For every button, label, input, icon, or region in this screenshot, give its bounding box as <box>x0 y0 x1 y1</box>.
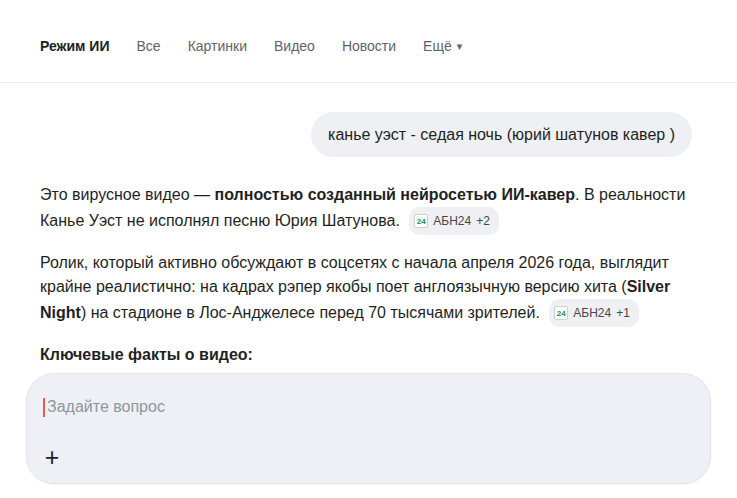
key-facts-heading: Ключевые факты о видео: <box>40 343 692 367</box>
tab-images[interactable]: Картинки <box>188 38 247 54</box>
ai-conversation: канье уэст - седая ночь (юрий шатунов ка… <box>0 112 737 367</box>
text-caret <box>43 398 45 417</box>
source-badge[interactable]: 24 АБН24 +2 <box>409 207 499 235</box>
source-favicon-icon: 24 <box>414 214 428 228</box>
answer-text-bold: полностью созданный нейросетью ИИ-кавер <box>215 186 575 203</box>
question-input[interactable]: Задайте вопрос <box>43 397 690 417</box>
question-composer[interactable]: Задайте вопрос + <box>26 373 711 484</box>
tab-videos[interactable]: Видео <box>274 38 315 54</box>
source-name: АБН24 <box>433 209 471 233</box>
source-name: АБН24 <box>573 301 611 325</box>
chevron-down-icon: ▾ <box>457 41 463 52</box>
question-input-placeholder: Задайте вопрос <box>47 397 165 417</box>
answer-text: Ролик, который активно обсуждают в соцсе… <box>40 254 669 295</box>
answer-paragraph-1: Это вирусное видео — полностью созданный… <box>40 183 692 235</box>
source-more-count: +2 <box>476 209 490 233</box>
tab-news[interactable]: Новости <box>342 38 396 54</box>
source-badge[interactable]: 24 АБН24 +1 <box>549 299 639 327</box>
tab-more-label: Ещё <box>423 38 452 54</box>
tab-all[interactable]: Все <box>137 38 161 54</box>
answer-paragraph-2: Ролик, который активно обсуждают в соцсе… <box>40 251 692 327</box>
user-query-bubble: канье уэст - седая ночь (юрий шатунов ка… <box>311 112 692 157</box>
add-attachment-button[interactable]: + <box>36 441 68 473</box>
source-more-count: +1 <box>616 301 630 325</box>
answer-text: ) на стадионе в Лос-Анджелесе перед 70 т… <box>81 304 540 321</box>
answer-text: Это вирусное видео — <box>40 186 215 203</box>
tab-more[interactable]: Ещё ▾ <box>423 38 462 54</box>
source-favicon-icon: 24 <box>554 306 568 320</box>
search-tabs-bar: Режим ИИ Все Картинки Видео Новости Ещё … <box>0 0 737 83</box>
tab-ai-mode[interactable]: Режим ИИ <box>40 38 110 54</box>
user-query-row: канье уэст - седая ночь (юрий шатунов ка… <box>40 112 692 157</box>
